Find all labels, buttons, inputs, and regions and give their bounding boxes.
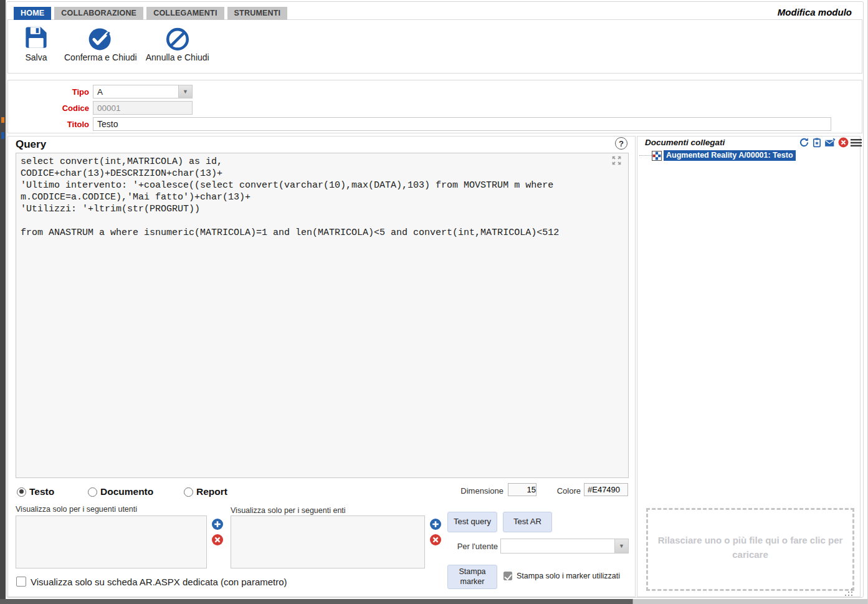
- titolo-row: Titolo: [0, 117, 831, 131]
- remove-ente-button[interactable]: [429, 534, 442, 546]
- per-utente-label: Per l'utente: [442, 542, 498, 551]
- delete-circle-icon[interactable]: [837, 137, 849, 148]
- radio-report[interactable]: Report: [184, 486, 227, 497]
- tab-strumenti[interactable]: STRUMENTI: [227, 7, 288, 20]
- codice-label: Codice: [0, 103, 89, 113]
- ar-aspx-label: Visualizza solo su scheda AR.ASPX dedica…: [31, 577, 287, 587]
- stampa-solo-checkbox[interactable]: [503, 572, 512, 580]
- enti-list-label: Visualizza solo per i seguenti enti: [231, 506, 346, 515]
- radio-report-label: Report: [196, 486, 227, 497]
- modifica-modulo-window: HOME COLLABORAZIONE COLLEGAMENTI STRUMEN…: [0, 0, 868, 604]
- utenti-list-label: Visualizza solo per i seguenti utenti: [16, 505, 137, 514]
- window-bottom-strip: [0, 599, 868, 604]
- confirm-check-icon: [64, 24, 137, 52]
- colore-field[interactable]: [584, 483, 628, 496]
- clipboard-icon[interactable]: [811, 137, 823, 148]
- codice-row: Codice: [0, 101, 193, 115]
- ar-aspx-checkbox-row[interactable]: Visualizza solo su scheda AR.ASPX dedica…: [16, 577, 287, 587]
- tipo-label: Tipo: [0, 87, 89, 97]
- test-ar-button[interactable]: Test AR: [503, 512, 552, 532]
- file-dropzone-text: Rilasciare uno o più file qui o fare cli…: [656, 534, 845, 562]
- documenti-collegati-title: Documenti collegati: [645, 138, 725, 147]
- document-tree-item[interactable]: Augmented Reality A/00001: Testo: [639, 150, 796, 161]
- document-tree-item-label[interactable]: Augmented Reality A/00001: Testo: [664, 150, 796, 161]
- enti-listbox[interactable]: [231, 515, 425, 568]
- stampa-solo-checkbox-row[interactable]: Stampa solo i marker utilizzati: [503, 572, 620, 580]
- ar-aspx-checkbox[interactable]: [16, 577, 26, 587]
- file-dropzone[interactable]: Rilasciare uno o più file qui o fare cli…: [646, 508, 854, 591]
- titolo-label: Titolo: [0, 120, 89, 129]
- radio-testo-label: Testo: [29, 486, 54, 497]
- salva-button[interactable]: Salva: [17, 24, 55, 62]
- remove-utente-button[interactable]: [211, 534, 224, 546]
- chevron-down-icon[interactable]: ▼: [178, 85, 192, 98]
- per-utente-select[interactable]: ▼: [500, 539, 629, 554]
- radio-testo-circle[interactable]: [17, 487, 26, 497]
- conferma-chiudi-button[interactable]: Conferma e Chiudi: [64, 24, 137, 62]
- add-utente-button[interactable]: [211, 518, 224, 530]
- add-ente-button[interactable]: [429, 518, 442, 530]
- utenti-listbox[interactable]: [16, 515, 207, 568]
- tipo-row: Tipo A ▼: [0, 85, 193, 98]
- conferma-chiudi-label: Conferma e Chiudi: [64, 53, 137, 62]
- ar-marker-icon: [652, 151, 662, 161]
- radio-documento-circle[interactable]: [88, 487, 97, 497]
- annulla-chiudi-button[interactable]: Annulla e Chiudi: [146, 24, 209, 62]
- chevron-down-icon[interactable]: ▼: [614, 539, 628, 553]
- menu-icon[interactable]: [851, 137, 862, 148]
- documenti-toolbar: [798, 137, 862, 148]
- tipo-value: A: [97, 87, 103, 97]
- dimensione-label: Dimensione: [460, 486, 503, 496]
- stampa-solo-label: Stampa solo i marker utilizzati: [517, 572, 620, 580]
- radio-testo[interactable]: Testo: [17, 486, 54, 497]
- radio-documento[interactable]: Documento: [88, 486, 153, 497]
- tab-collegamenti[interactable]: COLLEGAMENTI: [146, 7, 224, 20]
- resize-grip[interactable]: [845, 588, 852, 596]
- colore-label: Colore: [556, 486, 581, 496]
- edge-artifact-blue: [1, 132, 4, 139]
- save-icon: [17, 24, 55, 52]
- codice-field[interactable]: [93, 101, 193, 115]
- expand-icon[interactable]: [611, 155, 622, 166]
- salva-label: Salva: [17, 53, 55, 62]
- tree-connector: [639, 155, 652, 156]
- page-title: Modifica modulo: [778, 7, 852, 17]
- help-icon[interactable]: ?: [615, 137, 627, 150]
- cancel-icon: [146, 24, 209, 52]
- refresh-icon[interactable]: [798, 137, 809, 148]
- tab-collaborazione[interactable]: COLLABORAZIONE: [54, 7, 143, 20]
- annulla-chiudi-label: Annulla e Chiudi: [146, 53, 209, 62]
- titolo-field[interactable]: [93, 117, 831, 131]
- mail-send-icon[interactable]: [824, 137, 836, 148]
- test-query-button[interactable]: Test query: [447, 512, 497, 532]
- query-section-title: Query: [16, 138, 46, 151]
- tipo-select[interactable]: A ▼: [93, 85, 193, 98]
- ribbon-tabs: HOME COLLABORAZIONE COLLEGAMENTI STRUMEN…: [14, 7, 287, 20]
- radio-report-circle[interactable]: [184, 487, 193, 497]
- stampa-marker-button[interactable]: Stampa marker: [447, 565, 497, 589]
- radio-documento-label: Documento: [100, 486, 153, 497]
- query-textarea[interactable]: select convert(int,MATRICOLA) as id, COD…: [16, 153, 629, 478]
- dimensione-field[interactable]: [508, 483, 537, 496]
- ribbon-toolbar: Salva Conferma e Chiudi: [7, 19, 862, 74]
- tab-home[interactable]: HOME: [14, 7, 51, 20]
